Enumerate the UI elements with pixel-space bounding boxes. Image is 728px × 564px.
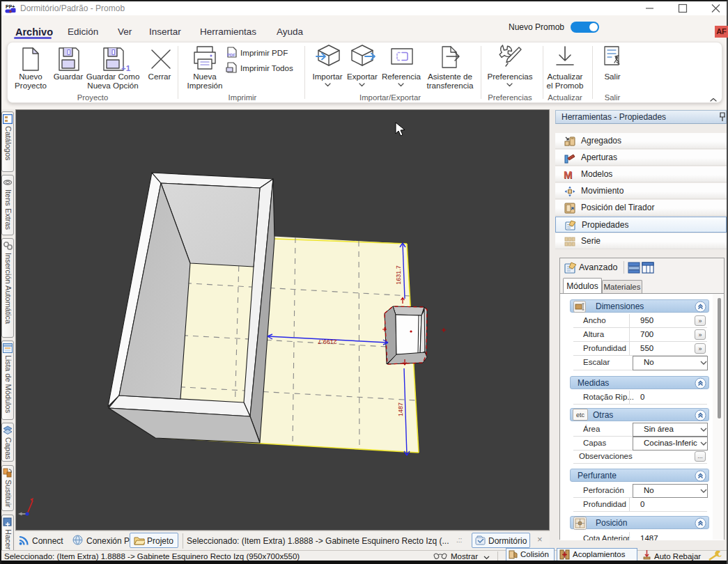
svg-text:PDF: PDF (227, 53, 235, 57)
svg-text:1631.7: 1631.7 (395, 265, 402, 285)
svg-text:1487: 1487 (397, 402, 404, 416)
svg-text:PP+: PP+ (6, 4, 15, 9)
svg-text:2199.7: 2199.7 (318, 338, 337, 345)
